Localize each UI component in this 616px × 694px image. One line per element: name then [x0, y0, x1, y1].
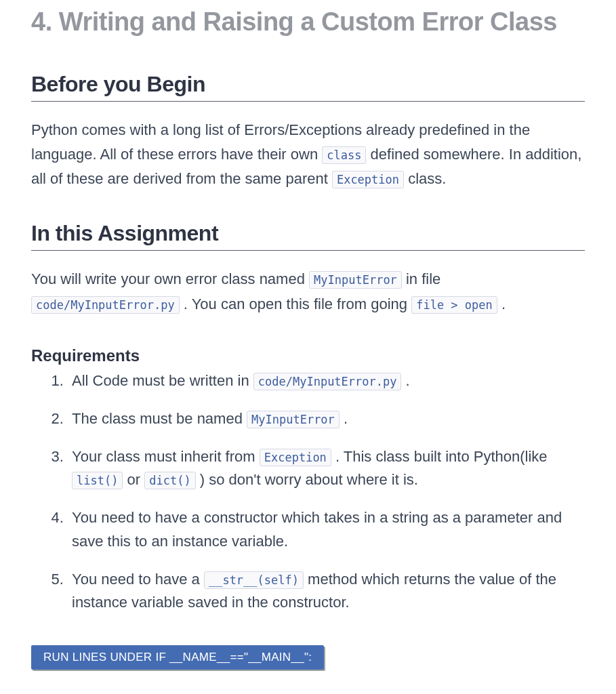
section-heading-assignment: In this Assignment [31, 221, 585, 251]
text-span: . [406, 372, 410, 389]
list-item: You need to have a constructor which tak… [68, 506, 585, 552]
text-span: All Code must be written in [72, 372, 253, 389]
text-span: The class must be named [72, 410, 247, 427]
text-span: You will write your own error class name… [31, 270, 309, 287]
text-span: ) so don't worry about where it is. [200, 471, 418, 488]
run-button[interactable]: RUN LINES UNDER IF __NAME__=="__MAIN__": [31, 645, 324, 670]
code-list: list() [72, 472, 123, 489]
assignment-paragraph: You will write your own error class name… [31, 267, 585, 317]
text-span: You need to have a [72, 571, 204, 588]
text-span: . This class built into Python(like [335, 448, 548, 465]
code-dict: dict() [144, 472, 195, 489]
text-span: . [501, 295, 506, 312]
section-heading-before: Before you Begin [31, 72, 585, 102]
code-myinputerror: MyInputError [247, 411, 340, 428]
requirements-list: All Code must be written in code/MyInput… [31, 369, 585, 614]
text-span: or [127, 471, 145, 488]
text-span: . You can open this file from going [184, 295, 411, 312]
code-filepath: code/MyInputError.py [31, 296, 180, 314]
text-span: . [344, 410, 348, 427]
list-item: You need to have a __str__(self) method … [68, 568, 585, 614]
text-span: class. [408, 170, 446, 187]
text-span: in file [406, 270, 440, 287]
text-span: Your class must inherit from [72, 448, 260, 465]
subheading-requirements: Requirements [31, 346, 585, 365]
text-span: You need to have a constructor which tak… [72, 509, 562, 549]
code-exception: Exception [260, 449, 331, 466]
list-item: Your class must inherit from Exception .… [68, 445, 585, 491]
before-paragraph: Python comes with a long list of Errors/… [31, 118, 585, 192]
list-item: The class must be named MyInputError . [68, 407, 585, 430]
code-exception: Exception [332, 171, 404, 188]
code-class: class [322, 146, 366, 164]
page-title: 4. Writing and Raising a Custom Error Cl… [31, 7, 585, 38]
code-filepath: code/MyInputError.py [253, 373, 402, 390]
list-item: All Code must be written in code/MyInput… [68, 369, 585, 392]
code-str-method: __str__(self) [204, 571, 304, 589]
code-myinputerror: MyInputError [309, 271, 402, 289]
code-file-open: file > open [411, 296, 497, 314]
